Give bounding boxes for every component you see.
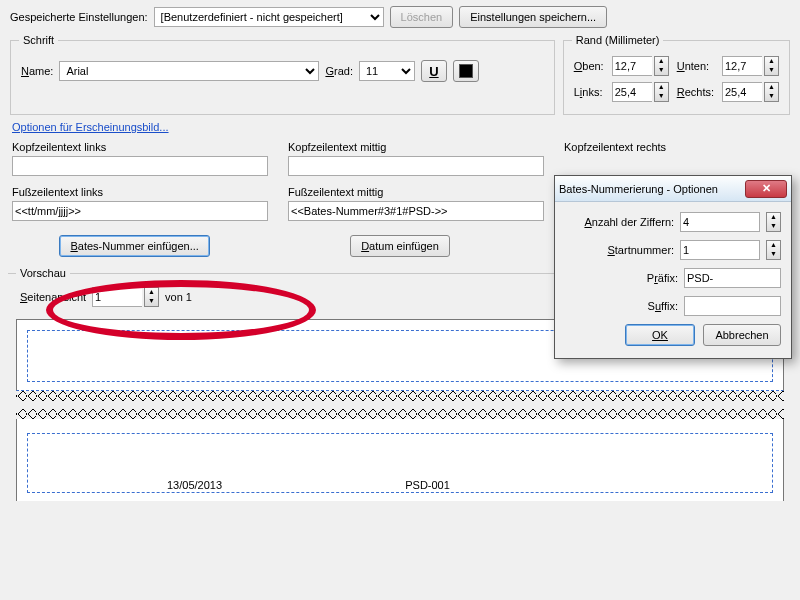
font-size-label: Grad: bbox=[325, 65, 353, 77]
start-label: Startnummer: bbox=[565, 244, 674, 256]
pageview-of: von 1 bbox=[165, 291, 192, 303]
digits-spinner[interactable]: ▲▼ bbox=[766, 212, 781, 232]
preview-bates: PSD-001 bbox=[405, 479, 450, 491]
preview-legend: Vorschau bbox=[16, 267, 70, 279]
preview-date: 13/05/2013 bbox=[167, 479, 222, 491]
font-size-select[interactable]: 11 bbox=[359, 61, 415, 81]
margin-bottom-spinner[interactable]: ▲▼ bbox=[764, 56, 779, 76]
footer-center-input[interactable] bbox=[288, 201, 544, 221]
pageview-input[interactable] bbox=[92, 287, 142, 307]
font-color-button[interactable] bbox=[453, 60, 479, 82]
footer-center-label: Fußzeilentext mittig bbox=[288, 186, 544, 198]
margin-right-input[interactable] bbox=[722, 82, 762, 102]
insert-bates-button[interactable]: BBates-Nummer einfügen...ates-Nummer ein… bbox=[59, 235, 209, 257]
preview-page-bottom: 13/05/2013 PSD-001 bbox=[16, 419, 784, 501]
font-legend: Schrift bbox=[19, 34, 58, 46]
dialog-close-button[interactable]: ✕ bbox=[745, 180, 787, 198]
font-name-select[interactable]: Arial bbox=[59, 61, 319, 81]
footer-left-label: Fußzeilentext links bbox=[12, 186, 268, 198]
delete-button[interactable]: Löschen bbox=[390, 6, 454, 28]
dialog-cancel-button[interactable]: Abbrechen bbox=[703, 324, 781, 346]
prefix-input[interactable] bbox=[684, 268, 781, 288]
color-swatch-icon bbox=[459, 64, 473, 78]
digits-input[interactable] bbox=[680, 212, 760, 232]
margin-left-label: Links: bbox=[574, 86, 604, 98]
digits-label: Anzahl der Ziffern: bbox=[565, 216, 674, 228]
pageview-label: Seitenansicht bbox=[20, 291, 86, 303]
margins-group: Rand (Millimeter) Oben: ▲▼ Unten: ▲▼ Lin… bbox=[563, 34, 790, 115]
header-left-input[interactable] bbox=[12, 156, 268, 176]
header-left-label: Kopfzeilentext links bbox=[12, 141, 268, 153]
prefix-label: Präfix: bbox=[568, 272, 678, 284]
margin-right-spinner[interactable]: ▲▼ bbox=[764, 82, 779, 102]
footer-left-input[interactable] bbox=[12, 201, 268, 221]
header-center-label: Kopfzeilentext mittig bbox=[288, 141, 544, 153]
suffix-label: Suffix: bbox=[568, 300, 678, 312]
saved-settings-label: Gespeicherte Einstellungen: bbox=[10, 11, 148, 23]
saved-settings-select[interactable]: [Benutzerdefiniert - nicht gespeichert] bbox=[154, 7, 384, 27]
margin-left-input[interactable] bbox=[612, 82, 652, 102]
suffix-input[interactable] bbox=[684, 296, 781, 316]
margin-left-spinner[interactable]: ▲▼ bbox=[654, 82, 669, 102]
margin-bottom-label: Unten: bbox=[677, 60, 714, 72]
margin-top-label: Oben: bbox=[574, 60, 604, 72]
insert-date-button[interactable]: Datum einfügen bbox=[350, 235, 450, 257]
font-group: Schrift Name: Arial Grad: 11 U bbox=[10, 34, 555, 115]
bates-options-dialog: Bates-Nummerierung - Optionen ✕ Anzahl d… bbox=[554, 175, 792, 359]
dialog-title: Bates-Nummerierung - Optionen bbox=[559, 183, 718, 195]
font-name-label: Name: bbox=[21, 65, 53, 77]
start-input[interactable] bbox=[680, 240, 760, 260]
margins-legend: Rand (Millimeter) bbox=[572, 34, 664, 46]
margin-bottom-input[interactable] bbox=[722, 56, 762, 76]
header-center-input[interactable] bbox=[288, 156, 544, 176]
start-spinner[interactable]: ▲▼ bbox=[766, 240, 781, 260]
margin-right-label: Rechts: bbox=[677, 86, 714, 98]
appearance-options-link[interactable]: Optionen für Erscheinungsbild... bbox=[12, 121, 169, 133]
dialog-ok-button[interactable]: OK bbox=[625, 324, 695, 346]
underline-button[interactable]: U bbox=[421, 60, 447, 82]
margin-top-input[interactable] bbox=[612, 56, 652, 76]
save-settings-button[interactable]: Einstellungen speichern... bbox=[459, 6, 607, 28]
pageview-spinner[interactable]: ▲▼ bbox=[144, 287, 159, 307]
header-right-label: Kopfzeilentext rechts bbox=[564, 141, 788, 153]
margin-top-spinner[interactable]: ▲▼ bbox=[654, 56, 669, 76]
